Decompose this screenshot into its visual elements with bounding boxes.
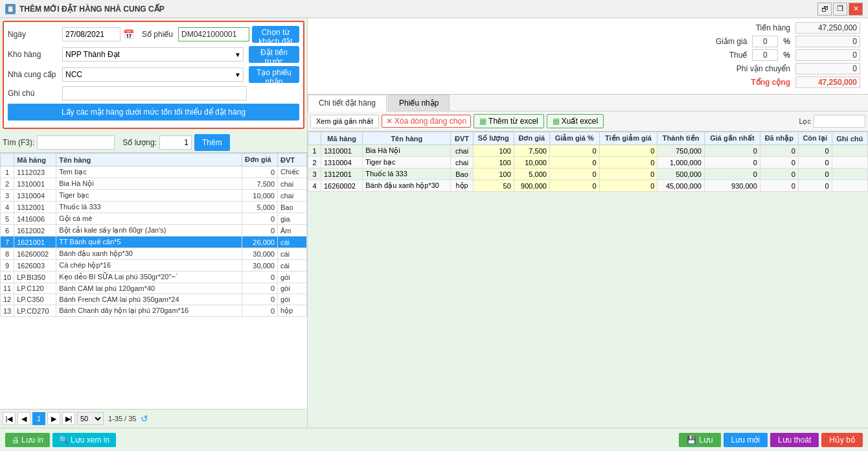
giam-gia-pct-input[interactable] bbox=[752, 36, 778, 47]
tab-phieu-nhap[interactable]: Phiếu nhập bbox=[388, 95, 450, 111]
th-tenhang: Tên hàng bbox=[56, 154, 242, 167]
tab-chi-tiet-dat-hang[interactable]: Chi tiết đặt hàng bbox=[308, 95, 387, 111]
detail-toolbar: Xem giá gần nhất ✕ Xóa dòng đang chọn ▦ … bbox=[308, 111, 868, 132]
search-row: Tìm (F3): Số lượng: Thêm bbox=[0, 132, 307, 152]
table-row[interactable]: 6 1612002 Bột cải kale sấy lạnh 60gr (Ja… bbox=[1, 225, 307, 237]
first-page-button[interactable]: |◀ bbox=[3, 412, 16, 425]
calendar-icon[interactable]: 📅 bbox=[123, 29, 134, 40]
th-detail-conlai: Còn lại bbox=[798, 132, 832, 145]
th-detail-giamgia: Giảm giá % bbox=[549, 132, 599, 145]
summary-section: Tiền hàng 47,250,000 Giảm giá % 0 Thuế %… bbox=[308, 18, 868, 95]
product-table: Mã hàng Tên hàng Đơn giá ĐVT 1 1112023 T… bbox=[0, 153, 307, 317]
giam-gia-pct-sign: % bbox=[783, 37, 790, 46]
th-detail-mahang: Mã hàng bbox=[321, 132, 363, 145]
huy-bo-button[interactable]: Hủy bỏ bbox=[821, 433, 863, 447]
search-input[interactable] bbox=[37, 135, 115, 150]
filter-input[interactable] bbox=[814, 115, 865, 128]
phi-van-chuyen-label: Phí vận chuyển bbox=[713, 64, 790, 73]
detail-table-row[interactable]: 2 1310004 Tiger bạc chai 100 10,000 0 0 … bbox=[308, 157, 868, 168]
table-row[interactable]: 12 LP.C350 Bánh French CAM lai phú 350ga… bbox=[1, 294, 307, 305]
sophieu-label: Số phiếu bbox=[137, 30, 176, 39]
soluong-input[interactable] bbox=[159, 135, 192, 150]
dat-tien-truoc-button[interactable]: Đặt tiền trước bbox=[249, 46, 299, 63]
summary-row-tongcong: Tổng cộng 47,250,000 bbox=[315, 76, 860, 88]
app-icon: 📋 bbox=[5, 4, 16, 14]
chon-tu-khach-dat-button[interactable]: Chọn từ khách đặt bbox=[252, 26, 299, 43]
summary-row-giamgia: Giảm giá % 0 bbox=[315, 36, 860, 47]
product-table-container: Mã hàng Tên hàng Đơn giá ĐVT 1 1112023 T… bbox=[0, 152, 307, 409]
xoa-dong-button[interactable]: ✕ Xóa dòng đang chọn bbox=[382, 115, 471, 128]
table-row[interactable]: 4 1312001 Thuốc lá 333 5,000 Bao bbox=[1, 202, 307, 213]
table-row[interactable]: 9 1626003 Cá chép hộp*16 30,000 cái bbox=[1, 260, 307, 272]
excel-export-icon: ▦ bbox=[553, 117, 560, 126]
table-row[interactable]: 1 1112023 Tem bạc 0 Chiếc bbox=[1, 167, 307, 178]
detail-table-row[interactable]: 3 1312001 Thuốc lá 333 Bao 100 5,000 0 0… bbox=[308, 168, 868, 180]
form-row-ghichu: Ghi chú bbox=[8, 86, 299, 100]
bottom-left-buttons: 🖨 Lưu in 🔍 Lưu xem in bbox=[5, 433, 116, 447]
phi-van-chuyen-value: 0 bbox=[795, 63, 860, 75]
table-row[interactable]: 8 16260002 Bánh đậu xanh hộp*30 30,000 c… bbox=[1, 248, 307, 260]
table-row[interactable]: 2 1310001 Bia Hà Nội 7,500 chai bbox=[1, 178, 307, 190]
th-detail-stt bbox=[308, 132, 321, 145]
table-row[interactable]: 13 LP.CD270 Bánh Chanh dây hộn lại phú 2… bbox=[1, 305, 307, 317]
refresh-button[interactable]: ↺ bbox=[141, 413, 148, 424]
restore-button[interactable]: ❐ bbox=[833, 3, 847, 16]
summary-row-tienhang: Tiền hàng 47,250,000 bbox=[315, 22, 860, 34]
thue-label: Thuế bbox=[669, 51, 747, 60]
tong-cong-value: 47,250,000 bbox=[795, 76, 860, 88]
xoa-dong-label: Xóa dòng đang chọn bbox=[394, 117, 466, 126]
detail-table-container[interactable]: Mã hàng Tên hàng ĐVT Số lượng Đơn giá Gi… bbox=[308, 132, 868, 428]
luu-xem-in-button[interactable]: 🔍 Lưu xem in bbox=[52, 433, 116, 447]
th-detail-tiengiam: Tiền giảm giá bbox=[599, 132, 657, 145]
current-page: 1 bbox=[32, 412, 45, 425]
khohang-select[interactable]: NPP Thành Đạt bbox=[62, 47, 244, 62]
luu-button[interactable]: 💾 Lưu bbox=[679, 433, 720, 447]
right-panel: Tiền hàng 47,250,000 Giảm giá % 0 Thuế %… bbox=[308, 18, 868, 428]
ghichu-input[interactable] bbox=[62, 86, 247, 100]
next-page-button[interactable]: ▶ bbox=[47, 412, 60, 425]
nhacungcap-select[interactable]: NCC bbox=[62, 67, 244, 82]
last-page-button[interactable]: ▶| bbox=[62, 412, 75, 425]
ngay-input[interactable] bbox=[62, 27, 120, 41]
tao-phieu-nhap-button[interactable]: Tạo phiếu nhập bbox=[249, 66, 299, 83]
th-detail-danhap: Đã nhập bbox=[760, 132, 798, 145]
title-bar: 📋 THÊM MỚI ĐẶT HÀNG NHÀ CUNG CẤP 🗗 ❐ ✕ bbox=[0, 0, 868, 18]
th-dongia: Đơn giá bbox=[242, 154, 278, 167]
table-row[interactable]: 10 LP.BI350 Kẹo dẻo BI SỮA Lai phú 350gr… bbox=[1, 272, 307, 283]
detail-table: Mã hàng Tên hàng ĐVT Số lượng Đơn giá Gi… bbox=[308, 132, 868, 192]
lay-hang-button[interactable]: Lấy các mặt hàng dưới mức tồn tối thiểu … bbox=[8, 104, 299, 121]
table-row[interactable]: 11 LP.C120 Bánh CAM lai phú 120gam*40 0 … bbox=[1, 283, 307, 294]
form-row-nhacungcap: Nhà cung cấp NCC ▼ Tạo phiếu nhập bbox=[8, 66, 299, 83]
thue-pct-input[interactable] bbox=[752, 49, 778, 61]
product-table-scroll[interactable]: Mã hàng Tên hàng Đơn giá ĐVT 1 1112023 T… bbox=[0, 153, 307, 373]
minimize-button[interactable]: 🗗 bbox=[817, 3, 832, 16]
table-row[interactable]: 7 1621001 TT Bánh quế cân*5 26,000 cái bbox=[1, 237, 307, 248]
detail-table-row[interactable]: 4 16260002 Bánh đậu xanh hộp*30 hộp 50 9… bbox=[308, 180, 868, 192]
th-detail-thanhtien: Thành tiền bbox=[657, 132, 705, 145]
table-row[interactable]: 3 1310004 Tiger bạc 10,000 chai bbox=[1, 190, 307, 202]
xuat-excel-button[interactable]: ▦ Xuất excel bbox=[547, 114, 604, 128]
save-icon: 💾 bbox=[687, 435, 696, 445]
prev-page-button[interactable]: ◀ bbox=[17, 412, 30, 425]
them-excel-button[interactable]: ▦ Thêm từ excel bbox=[474, 114, 544, 128]
detail-table-row[interactable]: 1 1310001 Bia Hà Nội chai 100 7,500 0 0 … bbox=[308, 145, 868, 157]
close-button[interactable]: ✕ bbox=[849, 3, 863, 16]
sophieu-input[interactable] bbox=[178, 27, 249, 41]
form-row-ngay: Ngày 📅 Số phiếu Chọn từ khách đặt bbox=[8, 26, 299, 43]
them-button[interactable]: Thêm bbox=[194, 134, 230, 151]
page-size-select[interactable]: 50 100 bbox=[77, 412, 104, 425]
luu-in-button[interactable]: 🖨 Lưu in bbox=[5, 433, 50, 447]
xem-gia-gan-nhat-button[interactable]: Xem giá gần nhất bbox=[310, 115, 379, 128]
ghichu-label: Ghi chú bbox=[8, 89, 60, 98]
summary-row-phivanchuyen: Phí vận chuyển 0 bbox=[315, 63, 860, 75]
form-section: Ngày 📅 Số phiếu Chọn từ khách đặt Kho hà… bbox=[3, 21, 304, 129]
page-info: 1-35 / 35 bbox=[108, 415, 136, 422]
giam-gia-value: 0 bbox=[795, 36, 860, 47]
th-stt bbox=[1, 154, 14, 167]
table-row[interactable]: 5 1416006 Gội cá mè 0 gia bbox=[1, 213, 307, 225]
luu-moi-button[interactable]: Lưu mới bbox=[724, 433, 768, 447]
ngay-label: Ngày bbox=[8, 30, 60, 39]
detail-section: Chi tiết đặt hàng Phiếu nhập Xem giá gần… bbox=[308, 95, 868, 428]
th-detail-giagannhat: Giá gần nhất bbox=[704, 132, 760, 145]
luu-thoat-button[interactable]: Lưu thoát bbox=[770, 433, 819, 447]
